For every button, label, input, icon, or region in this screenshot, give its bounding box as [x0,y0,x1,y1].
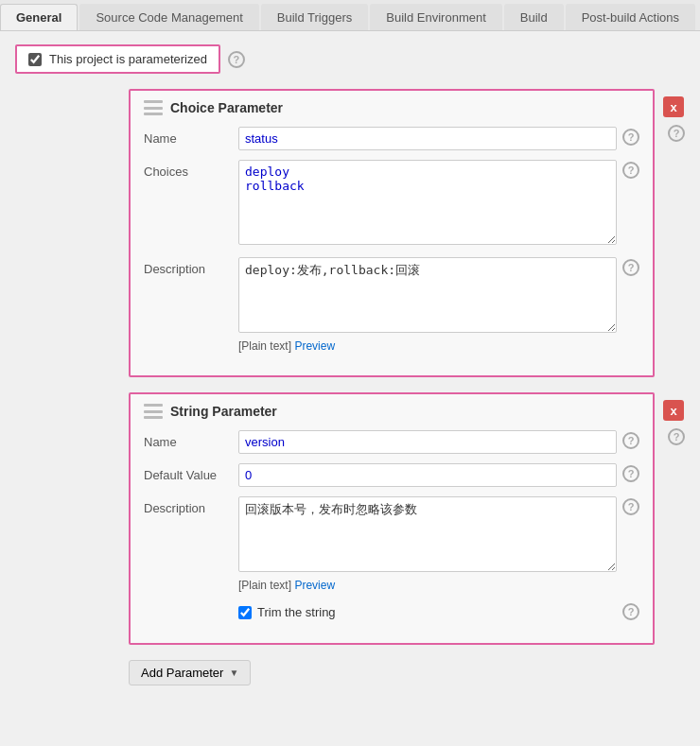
string-name-row: Name ? [144,430,639,454]
panel-icon-line1 [144,100,163,103]
string-delete-button[interactable]: x [663,400,684,421]
tab-build-triggers[interactable]: Build Triggers [261,4,368,30]
tab-build-env[interactable]: Build Environment [370,4,502,30]
string-trim-row: Trim the string ? [144,601,639,620]
choice-delete-button[interactable]: x [663,96,684,117]
choice-choices-label: Choices [144,160,238,179]
string-trim-spacer [144,601,238,606]
string-plain-text: [Plain text] [238,579,291,592]
string-desc-label: Description [144,496,238,515]
string-plain-preview: [Plain text] Preview [238,579,617,592]
add-param-row: Add Parameter ▼ [129,660,685,685]
choice-panel-help-icon[interactable]: ? [668,125,685,142]
main-content: This project is parameterized ? Choice P… [0,31,700,699]
choice-name-control [238,127,617,150]
string-trim-label: Trim the string [257,605,336,619]
choice-choices-control: deploy rollback [238,160,617,248]
string-name-label: Name [144,430,238,449]
string-panel-icon-line2 [144,410,163,413]
string-parameter-heading: String Parameter [170,404,277,419]
panel-icon-line3 [144,113,163,115]
string-desc-control: 回滚版本号，发布时忽略该参数 [Plain text] Preview [238,496,617,592]
string-trim-control: Trim the string [238,605,617,619]
string-panel-icon-line3 [144,416,163,419]
choice-desc-control: deploy:发布,rollback:回滚 [Plain text] Previ… [238,257,617,353]
parameterized-checkbox[interactable] [28,53,42,66]
choice-name-input[interactable] [238,127,617,150]
string-panel-icon-line1 [144,404,163,407]
tab-post-build[interactable]: Post-build Actions [566,4,695,30]
string-panel-icon [144,404,163,419]
choice-preview-link[interactable]: Preview [294,339,335,353]
string-name-control [238,430,617,454]
choice-choices-textarea[interactable]: deploy rollback [238,160,617,245]
string-panel-help-icon[interactable]: ? [668,428,685,445]
choice-desc-label: Description [144,257,238,276]
choice-name-row: Name ? [144,127,639,150]
choice-choices-help[interactable]: ? [622,162,639,179]
add-parameter-label: Add Parameter [141,666,223,680]
choice-name-help[interactable]: ? [622,129,639,146]
choice-plain-text: [Plain text] [238,339,291,353]
string-trim-help[interactable]: ? [622,603,639,620]
parameterized-box: This project is parameterized [15,44,220,74]
choice-choices-row: Choices deploy rollback ? [144,160,639,248]
tab-scm[interactable]: Source Code Management [79,4,258,30]
choice-panel-icon [144,100,163,115]
string-name-help[interactable]: ? [622,432,639,449]
choice-name-label: Name [144,127,238,146]
string-default-row: Default Value ? [144,463,639,487]
choice-parameter-title: Choice Parameter [144,100,639,115]
tab-bar: General Source Code Management Build Tri… [0,0,700,31]
tab-build[interactable]: Build [504,4,564,30]
choice-parameter-heading: Choice Parameter [170,100,283,115]
add-parameter-button[interactable]: Add Parameter ▼ [129,660,251,685]
string-default-label: Default Value [144,463,238,482]
parameterized-row: This project is parameterized ? [15,44,685,74]
string-default-help[interactable]: ? [622,465,639,482]
choice-desc-help[interactable]: ? [622,259,639,276]
string-default-input[interactable] [238,463,617,487]
choice-panel-help: ? [660,117,685,142]
choice-parameter-wrapper: Choice Parameter Name ? Choices deploy r… [129,89,685,377]
string-name-input[interactable] [238,430,617,454]
string-parameter-wrapper: String Parameter Name ? Default Value ? [129,392,685,645]
choice-desc-textarea[interactable]: deploy:发布,rollback:回滚 [238,257,617,333]
add-parameter-arrow-icon: ▼ [229,668,238,678]
string-desc-textarea[interactable]: 回滚版本号，发布时忽略该参数 [238,496,617,572]
string-desc-row: Description 回滚版本号，发布时忽略该参数 [Plain text] … [144,496,639,592]
choice-parameter-panel: Choice Parameter Name ? Choices deploy r… [129,89,655,377]
choice-plain-preview: [Plain text] Preview [238,339,617,353]
string-desc-help[interactable]: ? [622,498,639,515]
tab-general[interactable]: General [0,4,78,30]
string-parameter-panel: String Parameter Name ? Default Value ? [129,392,655,645]
choice-desc-row: Description deploy:发布,rollback:回滚 [Plain… [144,257,639,353]
string-preview-link[interactable]: Preview [294,579,335,592]
string-trim-checkbox[interactable] [238,606,252,619]
string-panel-help: ? [660,421,685,445]
string-parameter-title: String Parameter [144,404,639,419]
panel-icon-line2 [144,107,163,110]
parameterized-label: This project is parameterized [49,52,207,66]
string-default-control [238,463,617,487]
parameterized-help-icon[interactable]: ? [228,51,245,68]
